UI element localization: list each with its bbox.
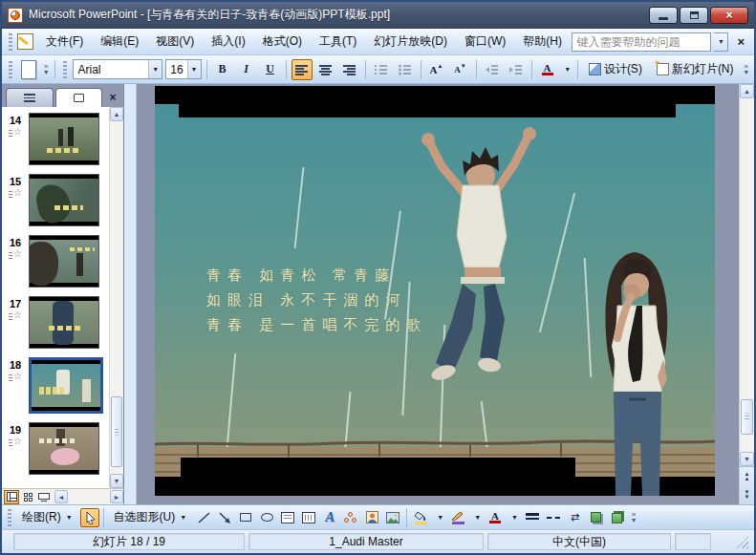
scrollbar-thumb[interactable] — [741, 399, 753, 435]
pane-close-icon[interactable]: × — [104, 88, 121, 107]
animation-star-icon[interactable] — [9, 438, 22, 448]
fill-color-dropdown[interactable]: ▼ — [432, 508, 446, 527]
arrow-button[interactable] — [215, 508, 234, 527]
increase-indent-button[interactable] — [506, 59, 527, 80]
slide-lyrics-text[interactable]: 青春 如青松 常青藤 如眼泪 永不干涸的河 青春 是一首唱不完的歌 — [206, 263, 427, 337]
decrease-font-size-button[interactable]: A▼ — [450, 59, 471, 80]
menu-view[interactable]: 视图(V) — [148, 30, 202, 53]
help-dropdown-icon[interactable]: ▼ — [714, 32, 728, 52]
select-objects-button[interactable] — [80, 508, 99, 527]
thumbnail-hscrollbar[interactable]: ◄ ► — [54, 490, 123, 504]
menu-format[interactable]: 格式(O) — [255, 30, 310, 53]
oval-button[interactable] — [257, 508, 276, 527]
animation-star-icon[interactable] — [9, 311, 22, 322]
close-button[interactable]: × — [710, 7, 748, 24]
fill-color-button[interactable] — [411, 508, 430, 527]
diagram-button[interactable] — [341, 508, 360, 527]
align-right-button[interactable] — [339, 59, 360, 80]
slide-thumbnail[interactable] — [29, 113, 99, 165]
draw-menu-button[interactable]: 绘图(R)▼ — [16, 508, 78, 527]
thumbnail-scrollbar[interactable]: ▲ ▼ — [109, 107, 123, 488]
formatting-toolbar-overflow[interactable]: »▾ — [743, 64, 750, 75]
menu-window[interactable]: 窗口(W) — [457, 30, 513, 53]
scrollbar-thumb[interactable] — [111, 396, 122, 467]
menu-edit[interactable]: 编辑(E) — [93, 30, 146, 53]
decrease-indent-button[interactable] — [482, 59, 503, 80]
slideshow-view-button[interactable] — [36, 490, 52, 504]
font-color-button[interactable]: A — [537, 59, 558, 80]
slide-canvas[interactable]: 青春 如青松 常青藤 如眼泪 永不干涸的河 青春 是一首唱不完的歌 — [155, 86, 715, 496]
toolbar-grip[interactable] — [8, 509, 11, 526]
increase-font-size-button[interactable]: A▲ — [426, 59, 447, 80]
slide-thumbnail[interactable] — [29, 422, 99, 475]
vertical-text-box-button[interactable] — [299, 508, 318, 527]
underline-button[interactable]: U — [260, 59, 281, 80]
document-menu-icon[interactable] — [17, 33, 33, 50]
chevron-down-icon[interactable]: ▼ — [187, 60, 201, 78]
slide-thumbnail[interactable] — [29, 174, 99, 226]
wordart-button[interactable]: A — [320, 508, 339, 527]
slide-sorter-view-button[interactable] — [20, 490, 35, 504]
threed-style-button[interactable] — [607, 508, 626, 527]
next-slide-button[interactable]: ▼▼ — [740, 486, 754, 505]
previous-slide-button[interactable]: ▲▲ — [740, 467, 754, 486]
shadow-style-button[interactable] — [586, 508, 605, 527]
menu-tools[interactable]: 工具(T) — [312, 30, 364, 53]
bullet-list-button[interactable] — [395, 59, 416, 80]
menu-help[interactable]: 帮助(H) — [515, 30, 570, 53]
menu-slideshow[interactable]: 幻灯片放映(D) — [366, 30, 455, 53]
draw-font-color-button[interactable]: A — [486, 508, 505, 527]
normal-view-button[interactable] — [4, 490, 19, 504]
draw-font-color-dropdown[interactable]: ▼ — [507, 508, 521, 527]
dash-style-button[interactable] — [544, 508, 563, 527]
animation-star-icon[interactable] — [9, 373, 22, 383]
animation-star-icon[interactable] — [9, 128, 22, 139]
autoshapes-button[interactable]: 自选图形(U)▼ — [108, 508, 193, 527]
text-box-button[interactable] — [278, 508, 297, 527]
arrow-style-button[interactable]: ⇄ — [565, 508, 584, 527]
resize-grip[interactable] — [736, 536, 748, 548]
scroll-down-icon[interactable]: ▼ — [740, 452, 754, 466]
insert-picture-button[interactable] — [383, 508, 402, 527]
toolbar-grip[interactable] — [63, 61, 67, 78]
tab-outline[interactable] — [6, 88, 54, 107]
scroll-up-icon[interactable]: ▲ — [740, 84, 754, 98]
design-button[interactable]: 设计(S) — [583, 59, 648, 80]
line-style-button[interactable] — [523, 508, 542, 527]
scroll-down-icon[interactable]: ▼ — [110, 474, 123, 488]
help-search-input[interactable] — [572, 32, 711, 52]
numbered-list-button[interactable] — [371, 59, 392, 80]
toolbar-grip[interactable] — [9, 61, 12, 78]
restore-button[interactable] — [680, 7, 708, 24]
pane-splitter[interactable] — [124, 84, 137, 504]
rectangle-button[interactable] — [236, 508, 255, 527]
menu-insert[interactable]: 插入(I) — [204, 30, 252, 53]
scroll-up-icon[interactable]: ▲ — [110, 107, 123, 121]
line-color-button[interactable] — [448, 508, 467, 527]
clip-art-button[interactable] — [362, 508, 381, 527]
scroll-right-icon[interactable]: ► — [110, 490, 123, 503]
new-presentation-button[interactable] — [18, 59, 39, 80]
scroll-left-icon[interactable]: ◄ — [54, 490, 68, 503]
line-color-dropdown[interactable]: ▼ — [469, 508, 484, 527]
powerpoint-app-icon[interactable] — [8, 8, 23, 23]
italic-button[interactable]: I — [236, 59, 257, 80]
align-center-button[interactable] — [315, 59, 336, 80]
font-name-combo[interactable]: Arial ▼ — [73, 59, 162, 79]
align-left-button[interactable] — [292, 59, 313, 80]
line-button[interactable] — [194, 508, 213, 527]
tab-slides[interactable] — [55, 88, 103, 107]
standard-toolbar-overflow[interactable]: »▾ — [42, 64, 50, 75]
menu-file[interactable]: 文件(F) — [38, 30, 91, 53]
toolbar-grip[interactable] — [9, 33, 12, 51]
minimize-button[interactable] — [649, 7, 678, 24]
editor-scrollbar[interactable]: ▲ ▼ ▲▲ ▼▼ — [739, 84, 754, 504]
font-color-dropdown[interactable]: ▼ — [561, 59, 572, 80]
animation-star-icon[interactable] — [9, 189, 22, 200]
slide-thumbnail[interactable] — [29, 357, 103, 414]
bold-button[interactable]: B — [212, 59, 233, 80]
slide-thumbnail[interactable] — [29, 235, 99, 288]
status-language[interactable]: 中文(中国) — [487, 533, 671, 550]
new-slide-button[interactable]: 新幻灯片(N) — [651, 59, 740, 80]
menubar-close-icon[interactable]: × — [731, 32, 750, 51]
